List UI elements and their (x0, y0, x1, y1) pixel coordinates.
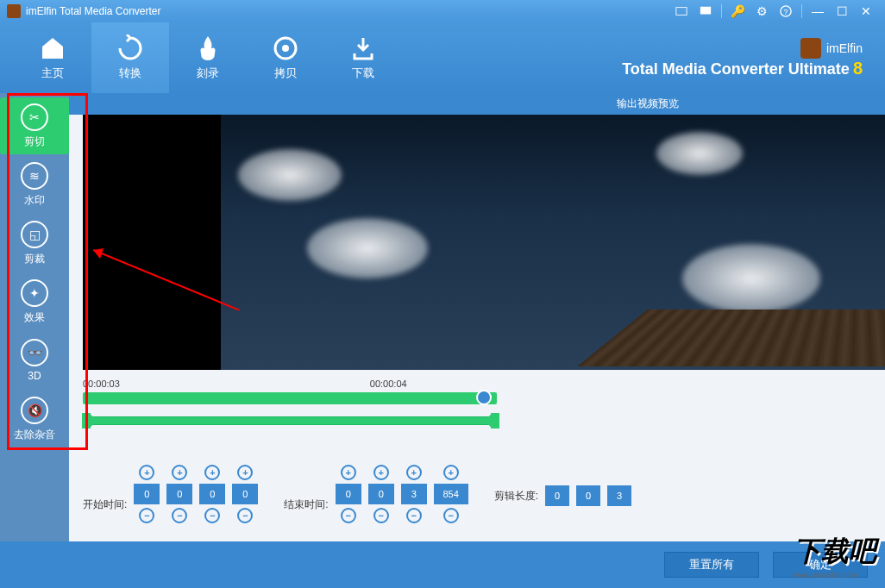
start-ms[interactable]: 0 (232, 484, 258, 504)
end-time-spinners: +0− +0− +3− +854− (336, 465, 468, 523)
plus-button[interactable]: + (373, 465, 389, 480)
close-icon[interactable]: ✕ (857, 2, 876, 21)
reset-all-button[interactable]: 重置所有 (664, 552, 759, 578)
copy-icon (272, 34, 299, 62)
brand-version: 8 (853, 59, 863, 78)
effect-icon: ✦ (21, 279, 48, 307)
minus-button[interactable]: − (443, 508, 459, 523)
wave-icon: ≋ (21, 162, 48, 190)
tab-home-label: 主页 (41, 66, 64, 81)
screenshot-icon[interactable] (672, 2, 691, 21)
tab-download[interactable]: 下载 (324, 22, 402, 93)
timeline-end-label: 00:00:04 (370, 378, 407, 389)
start-m[interactable]: 0 (166, 484, 192, 504)
settings-icon[interactable]: ⚙ (752, 2, 771, 21)
minus-button[interactable]: − (172, 508, 187, 523)
tab-convert-label: 转换 (119, 66, 141, 81)
brand-area: imElfin Total Media Converter Ultimate8 (622, 38, 871, 78)
edit-sidebar: ✂剪切 ≋水印 ◱剪裁 ✦效果 👓3D 🔇去除杂音 (0, 93, 69, 541)
timeline-start-label: 00:00:03 (83, 378, 120, 389)
titlebar: imElfin Total Media Converter 🔑 ⚙ ? — ☐ … (0, 0, 885, 22)
length-h: 0 (545, 485, 569, 506)
tab-convert[interactable]: 转换 (91, 22, 169, 93)
svg-rect-1 (700, 7, 711, 15)
plus-button[interactable]: + (443, 465, 459, 480)
svg-point-5 (282, 45, 289, 52)
window-title: imElfin Total Media Converter (26, 5, 161, 17)
tab-copy-label: 拷贝 (274, 66, 297, 81)
trim-handle-end[interactable] (491, 413, 499, 428)
tab-burn[interactable]: 刻录 (169, 22, 247, 93)
site-watermark: 下载吧 www.xiazaiba.com (794, 533, 876, 579)
convert-icon (116, 34, 144, 62)
glasses-icon: 👓 (21, 339, 48, 366)
scissors-icon: ✂ (21, 103, 48, 131)
svg-rect-0 (676, 8, 687, 16)
svg-text:?: ? (784, 8, 788, 16)
sidebar-trim[interactable]: ✂剪切 (0, 97, 69, 154)
sidebar-watermark[interactable]: ≋水印 (0, 156, 69, 213)
playhead[interactable] (476, 390, 492, 405)
sidebar-watermark-label: 水印 (24, 193, 45, 208)
mute-icon: 🔇 (21, 397, 48, 424)
start-h[interactable]: 0 (134, 484, 160, 504)
sidebar-denoise[interactable]: 🔇去除杂音 (0, 391, 69, 447)
minus-button[interactable]: − (406, 508, 422, 523)
preview-title: 输出视频预览 (69, 93, 885, 115)
sidebar-effect-label: 效果 (24, 310, 45, 325)
minimize-icon[interactable]: — (808, 2, 827, 21)
video-preview[interactable] (83, 115, 885, 370)
maximize-icon[interactable]: ☐ (832, 2, 851, 21)
start-time-spinners: +0− +0− +0− +0− (134, 465, 258, 523)
length-s: 3 (607, 485, 631, 506)
tab-home[interactable]: 主页 (14, 22, 91, 93)
tab-download-label: 下载 (352, 66, 374, 81)
tab-copy[interactable]: 拷贝 (247, 22, 324, 93)
help-icon[interactable]: ? (776, 2, 795, 21)
plus-button[interactable]: + (341, 465, 356, 480)
sidebar-crop-label: 剪裁 (24, 252, 45, 266)
key-icon[interactable]: 🔑 (728, 2, 747, 21)
start-s[interactable]: 0 (199, 484, 225, 504)
time-edit-row: 开始时间: +0− +0− +0− +0− 结束时间: +0− +0− +3− … (83, 465, 885, 523)
message-icon[interactable] (696, 2, 715, 21)
tab-burn-label: 刻录 (197, 66, 219, 81)
end-ms[interactable]: 854 (434, 484, 468, 504)
burn-icon (194, 34, 222, 62)
brand-icon (800, 38, 821, 59)
home-icon (39, 34, 66, 62)
length-label: 剪辑长度: (494, 489, 538, 504)
plus-button[interactable]: + (139, 465, 154, 480)
minus-button[interactable]: − (237, 508, 253, 523)
end-time-label: 结束时间: (284, 497, 328, 512)
sidebar-3d[interactable]: 👓3D (0, 332, 69, 389)
trim-range-track[interactable] (83, 416, 499, 425)
main-toolbar: 主页 转换 刻录 拷贝 下载 imElfin Total Media Conve… (0, 22, 885, 93)
sidebar-trim-label: 剪切 (24, 134, 45, 149)
plus-button[interactable]: + (406, 465, 422, 480)
app-icon (7, 4, 21, 18)
trim-handle-start[interactable] (82, 413, 91, 428)
sidebar-crop[interactable]: ◱剪裁 (0, 215, 69, 272)
minus-button[interactable]: − (139, 508, 154, 523)
brand-name: imElfin (826, 41, 863, 55)
minus-button[interactable]: − (204, 508, 220, 523)
length-m: 0 (576, 485, 600, 506)
start-time-label: 开始时间: (83, 497, 127, 512)
download-icon (349, 34, 377, 62)
plus-button[interactable]: + (204, 465, 220, 480)
end-h[interactable]: 0 (336, 484, 361, 504)
sidebar-effect[interactable]: ✦效果 (0, 273, 69, 330)
end-s[interactable]: 3 (401, 484, 427, 504)
sidebar-3d-label: 3D (28, 370, 41, 382)
sidebar-denoise-label: 去除杂音 (14, 428, 55, 442)
playback-track[interactable] (83, 392, 497, 404)
plus-button[interactable]: + (172, 465, 187, 480)
plus-button[interactable]: + (237, 465, 253, 480)
brand-product: Total Media Converter Ultimate (622, 60, 850, 78)
end-m[interactable]: 0 (368, 484, 394, 504)
minus-button[interactable]: − (373, 508, 389, 523)
minus-button[interactable]: − (341, 508, 356, 523)
timeline: 00:00:03 00:00:04 ❚❚ 〔 〕 ▷| 🔊 (83, 370, 885, 434)
crop-icon: ◱ (21, 221, 48, 248)
